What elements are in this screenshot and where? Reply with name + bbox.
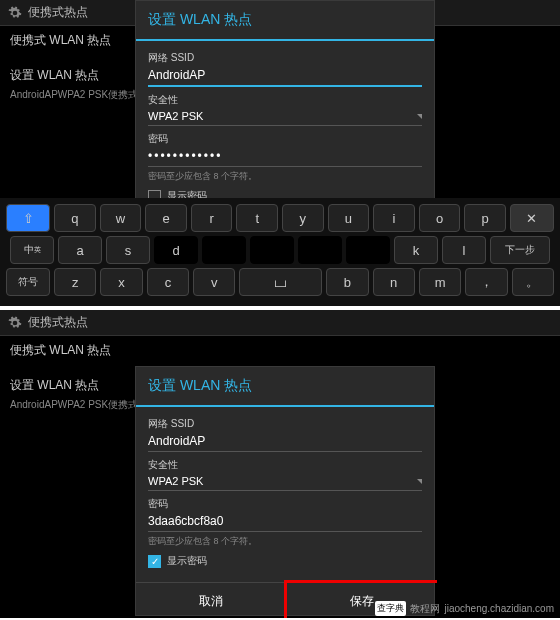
- key-j[interactable]: [346, 236, 390, 264]
- titlebar: 便携式热点: [0, 310, 560, 336]
- key-b[interactable]: b: [326, 268, 368, 296]
- key-d[interactable]: d: [154, 236, 198, 264]
- next-key[interactable]: 下一步: [490, 236, 550, 264]
- security-value: WPA2 PSK: [148, 475, 203, 487]
- key-z[interactable]: z: [54, 268, 96, 296]
- key-comma[interactable]: ，: [465, 268, 507, 296]
- dialog-title: 设置 WLAN 热点: [136, 367, 434, 407]
- password-hint: 密码至少应包含 8 个字符。: [148, 535, 422, 548]
- shift-key[interactable]: ⇧: [6, 204, 50, 232]
- titlebar-text: 便携式热点: [28, 4, 88, 21]
- password-input[interactable]: [148, 511, 422, 532]
- key-t[interactable]: t: [236, 204, 278, 232]
- security-value: WPA2 PSK: [148, 110, 203, 122]
- key-y[interactable]: y: [282, 204, 324, 232]
- mode-cn-key[interactable]: 中英: [10, 236, 54, 264]
- watermark-url: jiaocheng.chazidian.com: [444, 603, 554, 614]
- key-n[interactable]: n: [373, 268, 415, 296]
- mode-sym-key[interactable]: 符号: [6, 268, 50, 296]
- key-c[interactable]: c: [147, 268, 189, 296]
- watermark-logo: 查字典: [375, 601, 406, 616]
- space-key[interactable]: ⌴: [239, 268, 322, 296]
- key-e[interactable]: e: [145, 204, 187, 232]
- watermark-text: 教程网: [410, 602, 440, 616]
- security-label: 安全性: [148, 93, 422, 107]
- ssid-label: 网络 SSID: [148, 417, 422, 431]
- kb-row-2: 中英 a s d k l 下一步: [6, 236, 554, 264]
- ssid-label: 网络 SSID: [148, 51, 422, 65]
- gear-icon: [8, 6, 22, 20]
- gear-icon: [8, 316, 22, 330]
- key-u[interactable]: u: [328, 204, 370, 232]
- key-x[interactable]: x: [100, 268, 142, 296]
- key-a[interactable]: a: [58, 236, 102, 264]
- key-h[interactable]: [298, 236, 342, 264]
- cancel-button[interactable]: 取消: [136, 583, 287, 618]
- screenshot-1: 便携式热点 便携式 WLAN 热点 设置 WLAN 热点 AndroidAPWP…: [0, 0, 560, 306]
- security-select[interactable]: WPA2 PSK: [148, 107, 422, 126]
- key-p[interactable]: p: [464, 204, 506, 232]
- show-password-label: 显示密码: [167, 554, 207, 568]
- hotspot-dialog: 设置 WLAN 热点 网络 SSID 安全性 WPA2 PSK 密码 密码至少应…: [135, 366, 435, 616]
- dropdown-icon: [417, 114, 422, 119]
- ssid-input[interactable]: [148, 431, 422, 452]
- key-i[interactable]: i: [373, 204, 415, 232]
- backspace-key[interactable]: ✕: [510, 204, 554, 232]
- key-m[interactable]: m: [419, 268, 461, 296]
- key-k[interactable]: k: [394, 236, 438, 264]
- hotspot-dialog: 设置 WLAN 热点 网络 SSID 安全性 WPA2 PSK 密码 密码至少应…: [135, 0, 435, 206]
- ssid-input[interactable]: [148, 65, 422, 87]
- screenshot-2: 便携式热点 便携式 WLAN 热点 设置 WLAN 热点 AndroidAPWP…: [0, 310, 560, 618]
- security-label: 安全性: [148, 458, 422, 472]
- key-v[interactable]: v: [193, 268, 235, 296]
- kb-row-3: 符号 z x c v ⌴ b n m ， 。: [6, 268, 554, 296]
- key-w[interactable]: w: [100, 204, 142, 232]
- dialog-title: 设置 WLAN 热点: [136, 1, 434, 41]
- kb-row-1: ⇧ q w e r t y u i o p ✕: [6, 204, 554, 232]
- key-f[interactable]: [202, 236, 246, 264]
- key-s[interactable]: s: [106, 236, 150, 264]
- keyboard: ⇧ q w e r t y u i o p ✕ 中英 a s d k l 下一步: [0, 198, 560, 306]
- password-label: 密码: [148, 497, 422, 511]
- key-g[interactable]: [250, 236, 294, 264]
- password-input[interactable]: [148, 146, 422, 167]
- password-hint: 密码至少应包含 8 个字符。: [148, 170, 422, 183]
- watermark: 查字典 教程网 jiaocheng.chazidian.com: [375, 601, 554, 616]
- key-q[interactable]: q: [54, 204, 96, 232]
- password-label: 密码: [148, 132, 422, 146]
- key-o[interactable]: o: [419, 204, 461, 232]
- key-l[interactable]: l: [442, 236, 486, 264]
- show-password-checkbox[interactable]: [148, 555, 161, 568]
- key-period[interactable]: 。: [512, 268, 554, 296]
- bg-item-hotspot[interactable]: 便携式 WLAN 热点: [10, 342, 550, 359]
- titlebar-text: 便携式热点: [28, 314, 88, 331]
- dropdown-icon: [417, 479, 422, 484]
- key-r[interactable]: r: [191, 204, 233, 232]
- security-select[interactable]: WPA2 PSK: [148, 472, 422, 491]
